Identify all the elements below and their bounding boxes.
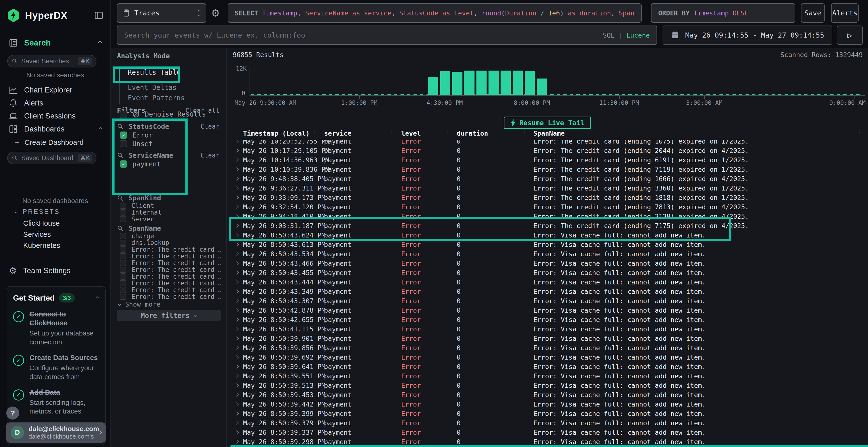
col-duration[interactable]: duration: [457, 130, 488, 137]
preset-kubernetes[interactable]: Kubernetes: [23, 241, 60, 249]
col-timestamp[interactable]: Timestamp (Local): [243, 130, 310, 137]
row-expand-chevron-icon[interactable]: [235, 308, 239, 312]
search-icon[interactable]: [117, 152, 124, 159]
histogram-bar[interactable]: [500, 71, 511, 95]
filter-checkbox[interactable]: [120, 233, 126, 239]
mode-results-table[interactable]: Results Table: [128, 68, 181, 76]
filter-option[interactable]: Internal: [117, 209, 221, 216]
row-expand-chevron-icon[interactable]: [235, 421, 239, 425]
preset-clickhouse[interactable]: ClickHouse: [23, 219, 60, 227]
table-row[interactable]: May 26 8:50:41.115 PM payment Error 0 Er…: [227, 324, 868, 334]
row-expand-chevron-icon[interactable]: [235, 299, 239, 303]
filter-checkbox[interactable]: [120, 140, 127, 147]
filter-option[interactable]: Error: The credit card …: [117, 273, 221, 280]
histogram-bar[interactable]: [452, 72, 462, 95]
filter-option[interactable]: Server: [117, 216, 221, 222]
filter-option[interactable]: Error: The credit card …: [117, 286, 221, 294]
filter-option[interactable]: Unset: [117, 139, 221, 148]
sql-select-editor[interactable]: SELECT Timestamp, ServiceName as service…: [228, 3, 642, 23]
filter-checkbox[interactable]: [120, 260, 126, 266]
row-expand-chevron-icon[interactable]: [235, 365, 239, 369]
table-row[interactable]: May 26 8:50:43.307 PM payment Error 0 Er…: [227, 296, 868, 306]
saved-dashboards-input[interactable]: Saved Dashboards ⌘K: [7, 152, 96, 164]
table-row[interactable]: May 26 10:10:39.836 PM payment Error 0 E…: [227, 165, 868, 174]
row-expand-chevron-icon[interactable]: [235, 186, 239, 190]
row-expand-chevron-icon[interactable]: [235, 346, 239, 350]
table-row[interactable]: May 26 9:32:54.120 PM payment Error 0 Er…: [227, 202, 868, 212]
get-started-item[interactable]: ✓ Connect to ClickHouse Set up your data…: [13, 310, 98, 347]
filter-group-clear-button[interactable]: Clear: [200, 152, 219, 159]
table-row[interactable]: May 26 8:50:43.624 PM payment Error 0 Er…: [227, 231, 868, 240]
more-filters-button[interactable]: More filters: [117, 310, 221, 321]
col-service[interactable]: service: [324, 130, 351, 137]
denoise-checkbox[interactable]: [120, 111, 127, 118]
col-resize-handle-icon[interactable]: ⋮: [444, 129, 451, 136]
table-row[interactable]: May 26 9:36:27.311 PM payment Error 0 Er…: [227, 183, 868, 193]
col-resize-handle-icon[interactable]: ⋮: [521, 129, 528, 136]
table-row[interactable]: May 26 8:50:43.455 PM payment Error 0 Er…: [227, 268, 868, 277]
filter-option[interactable]: charge: [117, 233, 221, 239]
row-expand-chevron-icon[interactable]: [235, 393, 239, 397]
row-expand-chevron-icon[interactable]: [235, 440, 239, 444]
chevron-up-icon[interactable]: [99, 128, 102, 131]
filter-checkbox[interactable]: [120, 246, 126, 253]
lucene-search-input[interactable]: Search your events w/ Lucene ex. column:…: [117, 26, 657, 45]
show-more-button[interactable]: Show more: [117, 300, 221, 308]
table-row[interactable]: May 26 8:50:43.444 PM payment Error 0 Er…: [227, 277, 868, 287]
histogram-bar[interactable]: [513, 71, 523, 95]
filter-option[interactable]: Error: The credit card …: [117, 260, 221, 266]
filter-checkbox[interactable]: [120, 203, 126, 209]
language-toggle-sql[interactable]: SQL: [603, 32, 615, 39]
filter-checkbox[interactable]: [120, 273, 126, 280]
search-icon[interactable]: [117, 225, 124, 232]
table-row[interactable]: May 26 8:50:42.655 PM payment Error 0 Er…: [227, 315, 868, 324]
row-expand-chevron-icon[interactable]: [235, 383, 239, 387]
row-expand-chevron-icon[interactable]: [235, 252, 239, 256]
row-expand-chevron-icon[interactable]: [235, 412, 239, 416]
row-expand-chevron-icon[interactable]: [235, 355, 239, 359]
filter-option[interactable]: Error: The credit card …: [117, 280, 221, 286]
language-toggle-lucene[interactable]: Lucene: [626, 32, 650, 39]
row-expand-chevron-icon[interactable]: [235, 337, 239, 341]
table-row[interactable]: May 26 8:50:39.692 PM payment Error 0 Er…: [227, 353, 868, 362]
row-expand-chevron-icon[interactable]: [235, 327, 239, 331]
row-expand-chevron-icon[interactable]: [235, 214, 239, 218]
sidebar-collapse-icon[interactable]: [94, 10, 104, 20]
filter-option[interactable]: dns.lookup: [117, 239, 221, 246]
row-expand-chevron-icon[interactable]: [235, 318, 239, 322]
user-menu[interactable]: D dale@clickhouse.com dale@clickhouse.co…: [6, 422, 105, 443]
table-row[interactable]: May 26 8:50:39.856 PM payment Error 0 Er…: [227, 343, 868, 353]
histogram-bar[interactable]: [428, 77, 438, 95]
table-row[interactable]: May 26 8:50:42.878 PM payment Error 0 Er…: [227, 306, 868, 315]
table-row[interactable]: May 26 9:48:38.405 PM payment Error 0 Er…: [227, 174, 868, 183]
get-started-item[interactable]: ✓ Add Data Start sending logs, metrics, …: [13, 388, 98, 416]
table-row[interactable]: May 26 8:50:39.399 PM payment Error 0 Er…: [227, 409, 868, 418]
row-expand-chevron-icon[interactable]: [235, 205, 239, 209]
source-settings-gear-icon[interactable]: ⚙: [208, 3, 223, 23]
row-expand-chevron-icon[interactable]: [235, 177, 239, 181]
table-row[interactable]: May 26 8:50:43.349 PM payment Error 0 Er…: [227, 287, 868, 296]
filter-checkbox[interactable]: [120, 280, 126, 286]
row-expand-chevron-icon[interactable]: [235, 374, 239, 378]
col-level[interactable]: level: [401, 130, 421, 137]
sidebar-item-search[interactable]: Search: [0, 36, 111, 49]
resume-live-tail-button[interactable]: Resume Live Tail: [504, 116, 591, 129]
histogram-bar[interactable]: [489, 71, 499, 95]
table-row[interactable]: May 26 9:03:31.187 PM payment Error 0 Er…: [227, 221, 868, 231]
col-spanname[interactable]: SpanName: [533, 130, 565, 137]
table-row[interactable]: May 26 9:04:18.410 PM payment Error 0 Er…: [227, 212, 868, 221]
preset-services[interactable]: Services: [23, 230, 51, 238]
table-row[interactable]: May 26 8:50:39.298 PM payment Error 0 Er…: [227, 437, 868, 447]
filter-option[interactable]: Error: The credit card …: [117, 266, 221, 273]
source-select[interactable]: Traces: [117, 3, 206, 23]
create-dashboard-button[interactable]: +Create Dashboard: [15, 138, 84, 146]
presets-toggle[interactable]: PRESETS: [15, 208, 60, 215]
histogram-bar[interactable]: [440, 71, 451, 95]
table-row[interactable]: May 26 8:50:43.466 PM payment Error 0 Er…: [227, 259, 868, 268]
histogram-bar[interactable]: [464, 71, 474, 95]
table-row[interactable]: May 26 8:50:39.379 PM payment Error 0 Er…: [227, 418, 868, 428]
table-row[interactable]: May 26 9:33:09.173 PM payment Error 0 Er…: [227, 193, 868, 202]
filter-checkbox[interactable]: ✓: [120, 132, 127, 139]
filter-checkbox[interactable]: ✓: [120, 161, 127, 168]
histogram-bar[interactable]: [476, 71, 487, 95]
